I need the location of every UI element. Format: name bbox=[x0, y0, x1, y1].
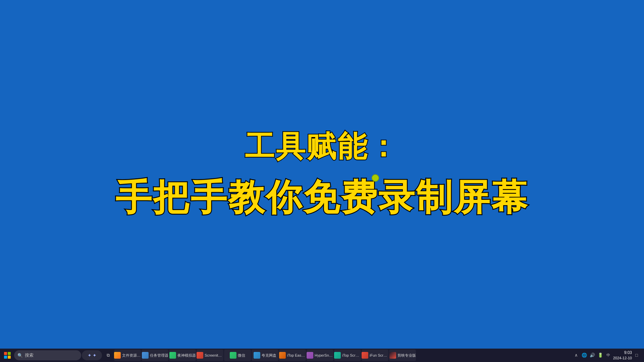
taskbar-apps: 文件资源管... 任务管理器 夜神模拟器 Screenity ... 微信 夸克… bbox=[114, 350, 416, 361]
task-manager-icon bbox=[142, 352, 149, 359]
tray-network-icon[interactable]: 🌐 bbox=[581, 352, 588, 359]
taskbar-app-ifun-scree[interactable]: iFun Scree... bbox=[362, 350, 388, 361]
network-icon: 🌐 bbox=[582, 353, 587, 358]
taskbar-app-baiduyun[interactable]: 夸克网盘 bbox=[252, 350, 278, 361]
itop-easy-icon bbox=[279, 352, 286, 359]
desktop-text: 工具赋能： 手把手教你免费录制屏幕 bbox=[115, 127, 529, 222]
ime-label: 中 bbox=[606, 353, 610, 358]
tray-ime-icon[interactable]: 中 bbox=[605, 352, 612, 359]
task-view-icon: ⧉ bbox=[107, 353, 110, 358]
search-icon: 🔍 bbox=[17, 353, 23, 358]
taskbar-app-screenity[interactable]: Screenity ... bbox=[197, 350, 223, 361]
itop-scree-icon bbox=[334, 352, 341, 359]
start-button[interactable] bbox=[1, 349, 13, 361]
taskbar: 🔍 搜索 ✦ ✦ ⧉ 文件资源管... 任务管理器 夜神模拟器 Screenit… bbox=[0, 349, 644, 362]
taskbar-app-file-manager[interactable]: 文件资源管... bbox=[114, 350, 141, 361]
tray-time: 9:03 bbox=[624, 350, 632, 356]
volume-icon: 🔊 bbox=[590, 353, 595, 358]
taskbar-app-wechat[interactable]: 微信 bbox=[224, 350, 251, 361]
wechat-label: 微信 bbox=[238, 353, 245, 358]
tray-date: 2024-12-10 bbox=[613, 356, 632, 360]
taskbar-app-hypersnap[interactable]: HyperSna... bbox=[307, 350, 333, 361]
title-line2: 手把手教你免费录制屏幕 bbox=[115, 173, 529, 222]
tray-expand-button[interactable]: ∧ bbox=[573, 352, 580, 359]
cursor-dot bbox=[372, 174, 379, 182]
screenity-icon bbox=[197, 352, 203, 359]
tray-clock[interactable]: 9:03 2024-12-10 bbox=[613, 350, 632, 360]
ifun-scree-label: iFun Scree... bbox=[370, 353, 388, 357]
sparkle-icon: ✦ bbox=[88, 353, 92, 358]
baiduyun-label: 夸克网盘 bbox=[262, 353, 276, 358]
sparkle-icon2: ✦ bbox=[93, 353, 97, 358]
tray-notification-button[interactable]: □ bbox=[633, 352, 640, 359]
wechat-icon bbox=[230, 352, 236, 359]
task-manager-label: 任务管理器 bbox=[150, 353, 168, 358]
search-label: 搜索 bbox=[25, 352, 34, 358]
notification-icon: □ bbox=[635, 353, 638, 358]
itop-scree-label: iTop Scree... bbox=[342, 353, 361, 357]
nox-label: 夜神模拟器 bbox=[177, 353, 196, 358]
jianying-icon bbox=[389, 352, 396, 359]
nox-icon bbox=[169, 352, 176, 359]
jianying-label: 剪映专业版 bbox=[397, 353, 416, 358]
ai-button[interactable]: ✦ ✦ bbox=[82, 350, 102, 360]
file-manager-label: 文件资源管... bbox=[122, 353, 141, 358]
taskbar-app-itop-scree[interactable]: iTop Scree... bbox=[334, 350, 361, 361]
taskbar-app-itop-easy[interactable]: iTop Easy ... bbox=[279, 350, 306, 361]
screenity-label: Screenity ... bbox=[205, 353, 223, 357]
hypersnap-label: HyperSna... bbox=[315, 353, 333, 357]
taskbar-app-jianying[interactable]: 剪映专业版 bbox=[389, 350, 416, 361]
file-manager-icon bbox=[114, 352, 121, 359]
baiduyun-icon bbox=[254, 352, 260, 359]
windows-logo-icon bbox=[4, 352, 11, 359]
system-tray: ∧ 🌐 🔊 🔋 中 9:03 2024-12-10 □ bbox=[573, 350, 643, 360]
ifun-scree-icon bbox=[362, 352, 368, 359]
taskbar-app-task-manager[interactable]: 任务管理器 bbox=[142, 350, 168, 361]
tray-battery-icon[interactable]: 🔋 bbox=[597, 352, 604, 359]
itop-easy-label: iTop Easy ... bbox=[287, 353, 306, 357]
task-view-button[interactable]: ⧉ bbox=[103, 350, 113, 361]
taskbar-search[interactable]: 🔍 搜索 bbox=[14, 350, 81, 360]
hypersnap-icon bbox=[307, 352, 313, 359]
desktop: 工具赋能： 手把手教你免费录制屏幕 bbox=[0, 0, 644, 349]
title-line1: 工具赋能： bbox=[115, 127, 529, 167]
taskbar-app-nox[interactable]: 夜神模拟器 bbox=[169, 350, 196, 361]
tray-volume-icon[interactable]: 🔊 bbox=[589, 352, 596, 359]
caret-icon: ∧ bbox=[575, 353, 578, 358]
battery-icon: 🔋 bbox=[598, 353, 603, 358]
